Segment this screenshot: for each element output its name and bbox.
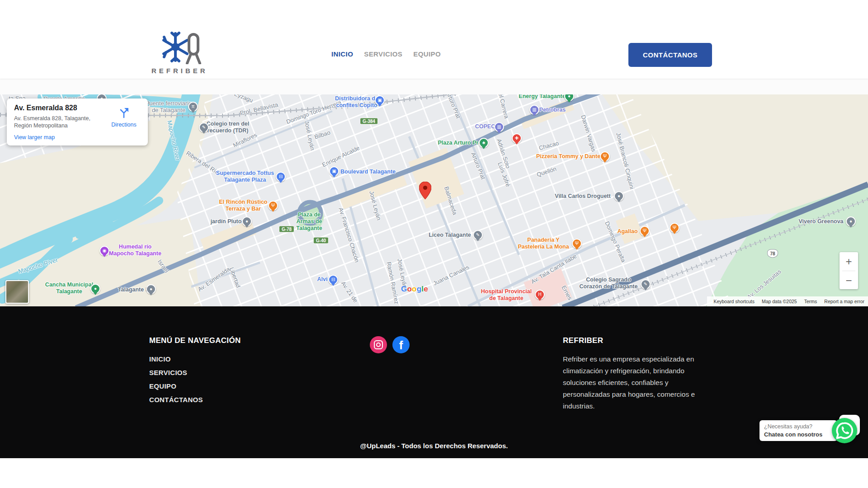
map-label: Humedal río Mapocho Talagante <box>109 244 161 257</box>
whatsapp-tooltip-line1: ¿Necesitas ayuda? <box>764 423 833 430</box>
map-label: Plaza Arturo Prat <box>438 140 484 146</box>
map-label: jardín Pluto <box>211 218 242 225</box>
header: REFRIBER INICIO SERVICIOS EQUIPO CONTÁCT… <box>0 0 868 79</box>
footer-link-servicios[interactable]: SERVICIOS <box>149 369 370 376</box>
restaurant-icon[interactable]: Ψ <box>600 151 610 161</box>
map-label: Hospital Provincial de Talagante <box>481 288 532 302</box>
report-map-error-link[interactable]: Report a map error <box>824 299 864 304</box>
header-divider <box>0 79 868 94</box>
view-larger-map-link[interactable]: View larger map <box>14 134 55 141</box>
restaurant-icon[interactable]: Ψ <box>572 239 582 249</box>
map-label: Energy Talagante <box>519 94 565 100</box>
vivero-marker[interactable]: ● <box>846 216 856 226</box>
school-icon[interactable]: ✎ <box>473 230 483 240</box>
map-label: Liceo Talagante <box>429 232 471 239</box>
keyboard-shortcuts-link[interactable]: Keyboard shortcuts <box>713 299 754 304</box>
restaurant-icon[interactable]: Ψ <box>640 226 650 236</box>
google-logo[interactable]: Google <box>401 285 428 294</box>
villa-marker[interactable]: ● <box>614 191 624 201</box>
footer-menu: INICIO SERVICIOS EQUIPO CONTÁCTANOS <box>149 355 370 404</box>
map-label: Talagante I <box>118 286 147 293</box>
location-pin-icon[interactable] <box>419 182 431 199</box>
map-zoom-controls: + − <box>840 252 858 289</box>
nav-equipo[interactable]: EQUIPO <box>413 50 441 58</box>
map-label: Supermercado Tottus Talagante Plaza <box>216 170 274 183</box>
map-label: Pizzería Tommy y Dante <box>536 153 600 160</box>
footer: MENÚ DE NAVEGACIÓN INICIO SERVICIOS EQUI… <box>0 306 868 458</box>
route-shield: G-40 <box>313 237 329 244</box>
main-nav: INICIO SERVICIOS EQUIPO <box>331 50 441 58</box>
whatsapp-tooltip: ¿Necesitas ayuda? Chatea con nosotros <box>760 420 837 441</box>
nav-servicios[interactable]: SERVICIOS <box>364 50 402 58</box>
footer-menu-title: MENÚ DE NAVEGACIÓN <box>149 336 370 345</box>
map-card-title: Av. Esmeralda 828 <box>14 104 104 112</box>
zoom-in-button[interactable]: + <box>840 252 858 271</box>
map-label: El Rincón Rústico Terraza y Bar <box>219 199 268 212</box>
restaurant-icon[interactable]: Ψ <box>268 201 278 211</box>
footer-about-title: REFRIBER <box>563 336 726 345</box>
refriber-logo-icon <box>154 32 203 64</box>
logo-text: REFRIBER <box>151 67 206 75</box>
route-shield: G-78 <box>279 226 294 233</box>
camera-icon[interactable]: ◉ <box>99 246 109 256</box>
whatsapp-tooltip-line2: Chatea con nosotros <box>764 431 833 438</box>
facebook-icon[interactable]: f <box>392 336 410 353</box>
terms-link[interactable]: Terms <box>804 299 817 304</box>
shopping-icon[interactable]: ▣ <box>375 95 385 105</box>
cart-icon[interactable]: ⊟ <box>276 172 286 182</box>
restaurant-icon[interactable]: Ψ <box>670 223 679 233</box>
cart-icon[interactable]: ⊟ <box>328 275 338 285</box>
shopping-icon[interactable]: ▣ <box>329 166 339 176</box>
bridge-icon[interactable]: π <box>188 102 198 112</box>
map-label: Cancha Municipal Talagante <box>45 282 93 295</box>
zoom-out-button[interactable]: − <box>840 271 858 290</box>
map-label: Alvi <box>317 276 328 283</box>
google-map[interactable]: Av. Esmeralda 828 Av. Esmeralda 828, Tal… <box>0 94 868 306</box>
map-label: Vivero Greenova <box>798 218 843 225</box>
whatsapp-button[interactable] <box>832 418 857 443</box>
map-info-card: Av. Esmeralda 828 Av. Esmeralda 828, Tal… <box>7 99 148 145</box>
school-icon[interactable]: ✎ <box>641 279 651 289</box>
copyright-text: @UpLeads - Todos los Derechos Reservados… <box>0 442 868 450</box>
talagante-i-marker[interactable]: ● <box>146 284 156 294</box>
park-icon[interactable]: ♣ <box>479 138 489 148</box>
nav-inicio[interactable]: INICIO <box>331 50 353 58</box>
map-label: COPEC <box>475 123 495 130</box>
school-icon[interactable]: ✎ <box>199 122 209 132</box>
map-label: Colegio Sagrado Corazón de Talagante <box>580 277 638 290</box>
instagram-icon[interactable] <box>370 336 387 353</box>
whatsapp-icon <box>832 418 857 443</box>
footer-link-inicio[interactable]: INICIO <box>149 355 370 363</box>
footer-link-equipo[interactable]: EQUIPO <box>149 382 370 390</box>
map-attribution: Keyboard shortcuts Map data ©2025 Terms … <box>707 296 868 306</box>
map-card-address: Av. Esmeralda 828, Talagante, Región Met… <box>14 115 95 129</box>
footer-about-text: Refriber es una empresa especializada en… <box>563 353 712 412</box>
gas-station-icon[interactable]: ▥ <box>529 105 539 115</box>
map-label: Plaza de Armas de Talagante <box>296 211 322 232</box>
jardin-pluto-marker[interactable]: ● <box>242 216 252 226</box>
map-label: Petrobras <box>539 107 566 113</box>
route-shield: 78 <box>767 249 778 258</box>
cancha-marker[interactable]: ● <box>90 284 100 294</box>
directions-icon <box>118 107 130 118</box>
route-shield: G-384 <box>360 118 378 125</box>
map-label: Distribuidora de confites Copito <box>335 95 378 109</box>
map-label: Villa Carlos Droguett <box>555 193 610 200</box>
energy-talagante-marker[interactable]: ● <box>564 94 574 101</box>
map-label: Colegio tren del recuerdo (TDR) <box>207 121 249 134</box>
health-icon[interactable]: ✚ <box>512 133 522 143</box>
footer-link-contactanos[interactable]: CONTÁCTANOS <box>149 396 370 404</box>
satellite-layer-toggle[interactable] <box>5 280 29 304</box>
map-label: Agallao <box>617 228 637 235</box>
hospital-icon[interactable]: H <box>535 290 545 300</box>
map-label: Puente ferroviario de Talagante <box>146 100 192 113</box>
map-label: Panadería Y Pastelería La Mona <box>518 237 569 250</box>
gas-station-icon[interactable]: ▥ <box>494 122 504 132</box>
map-data-label: Map data ©2025 <box>762 299 797 304</box>
logo[interactable]: REFRIBER <box>151 32 206 75</box>
contact-button[interactable]: CONTÁCTANOS <box>628 43 712 67</box>
map-label: Boulevard Talagante <box>340 169 396 175</box>
directions-link[interactable]: Directions <box>111 122 137 128</box>
